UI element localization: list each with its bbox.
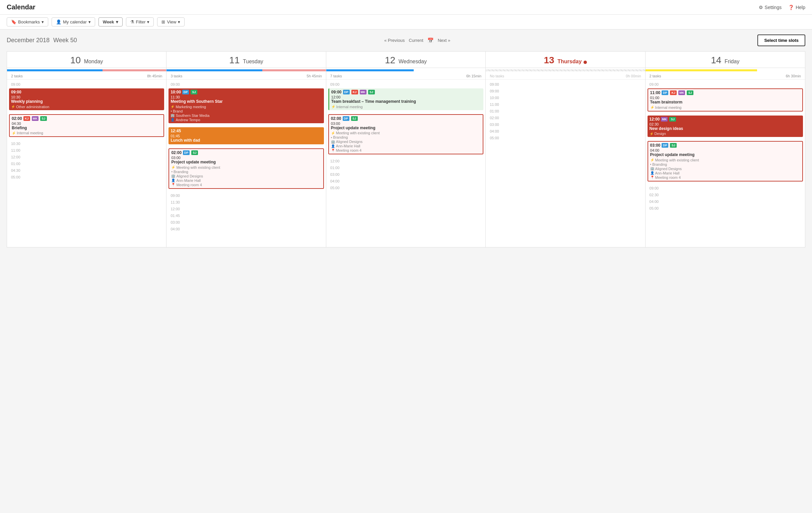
detail-icon: ⚡ (171, 105, 175, 109)
event-time-row: 02:00 KJMKSJ (12, 116, 162, 121)
event-block[interactable]: 02:00 KJMKSJ 04:30 Briefing ⚡ Internal m… (9, 114, 164, 137)
detail-icon: ⚡ (650, 158, 654, 162)
filter-label: Filter (136, 20, 146, 25)
detail-icon: 📍 (331, 149, 335, 152)
event-block[interactable]: 12:45 01:45 Lunch with dad (169, 127, 324, 145)
help-button[interactable]: ❓ Help (788, 5, 805, 10)
detail-icon: 🏢 (171, 174, 175, 178)
toolbar: 🔖 Bookmarks ▾ 👤 My calendar ▾ Week ▾ ⚗ F… (0, 15, 812, 29)
day-col-friday: 14 Friday 2 tasks6h 30min09:00 11:00 DPK… (645, 52, 805, 247)
event-title: Project update meeting (650, 152, 800, 158)
day-col-wednesday: 12 Wednesday 7 tasks6h 15min09:00 09:00 … (326, 52, 486, 247)
event-detail: 👤 Ann-Marie Hall (331, 144, 481, 148)
event-detail: ▪ Branding (171, 170, 321, 174)
task-count: No tasks (490, 74, 504, 78)
time-label: 09:00 (486, 81, 645, 88)
task-count: 2 tasks (11, 74, 23, 78)
event-detail: ⚡ Other administration (11, 105, 162, 109)
color-bar (7, 69, 166, 71)
detail-icon: ⚡ (11, 105, 15, 109)
event-block[interactable]: 09:00 DPKJMKSJ 12:00 Team breakfast – Ti… (328, 88, 483, 110)
day-number: 10 (70, 55, 81, 65)
event-start-time: 10:00 (171, 90, 181, 94)
help-icon: ❓ (788, 5, 794, 10)
day-number: 11 (229, 55, 239, 65)
event-block[interactable]: 10:00 DPSJ 11:30 Meeting with Southern S… (169, 88, 324, 123)
event-end-time: 02:30 (649, 122, 801, 126)
event-detail: 👤 Andrew Tempo (171, 118, 322, 122)
day-header: 14 Friday (645, 52, 805, 68)
event-block[interactable]: 02:00 DPSJ 03:00 Project update meeting … (328, 114, 483, 155)
time-label (326, 155, 485, 158)
event-time-row: 09:00 DPKJMKSJ (331, 90, 482, 94)
event-title: Project update meeting (171, 160, 321, 165)
calendar-title: December 2018 Week 50 (7, 37, 77, 44)
view-button[interactable]: ⊞ View ▾ (157, 18, 184, 26)
day-stats: 2 tasks8h 45min (7, 73, 166, 80)
event-detail: 📍 Meeting room 4 (331, 148, 481, 152)
calendar-container: December 2018 Week 50 « Previous Current… (0, 29, 812, 252)
detail-icon: ⚡ (12, 131, 16, 135)
day-stats: No tasks0h 00min (486, 73, 645, 80)
time-label: 02:30 (645, 191, 805, 198)
event-start-time: 02:00 (12, 116, 22, 121)
task-count: 7 tasks (330, 74, 342, 78)
event-block[interactable]: 12:00 MKSJ 02:30 New design ideas ⚡ Desi… (647, 116, 803, 137)
event-start-time: 02:00 (171, 150, 181, 155)
event-time-row: 09:00 (11, 90, 162, 94)
settings-label: Settings (765, 5, 782, 10)
event-block[interactable]: 09:00 10:30 Weekly planning ⚡ Other admi… (9, 88, 164, 110)
next-button[interactable]: Next » (438, 38, 451, 43)
event-title: New design ideas (649, 126, 801, 131)
time-label: 11:30 (167, 199, 326, 206)
color-bar (486, 69, 645, 71)
my-calendar-button[interactable]: 👤 My calendar ▾ (52, 18, 95, 26)
day-col-tuesday: 11 Tuesday 3 tasks5h 45min09:00 10:00 DP… (167, 52, 326, 247)
person-icon: 👤 (56, 20, 61, 25)
detail-icon: 👤 (331, 144, 335, 148)
top-bar: Calendar ⚙ Settings ❓ Help (0, 0, 812, 15)
time-label: 10:00 (486, 94, 645, 101)
detail-icon: ⚡ (171, 165, 175, 169)
filter-button[interactable]: ⚗ Filter ▾ (126, 18, 154, 26)
event-detail: ⚡ Meeting with existing client (331, 131, 481, 135)
event-detail: 👤 Ann-Marie Hall (171, 179, 321, 182)
calendar-icon[interactable]: 📅 (428, 37, 434, 43)
settings-button[interactable]: ⚙ Settings (759, 5, 782, 10)
days-grid: 10 Monday 2 tasks8h 45min09:00 09:00 10:… (7, 51, 805, 247)
day-number: 13 (544, 55, 554, 65)
prev-button[interactable]: « Previous (384, 38, 405, 43)
time-label: 05:00 (7, 174, 166, 180)
select-time-slots-button[interactable]: Select time slots (757, 34, 805, 46)
week-button[interactable]: Week ▾ (98, 18, 123, 26)
detail-icon: ▪ (331, 135, 332, 139)
day-events: 09:0009:0010:0011:0001:0002:0003:0004:00… (486, 80, 645, 247)
day-header: 10 Monday (7, 52, 166, 68)
week-label: Week (103, 20, 114, 25)
day-col-thursday: 13 Thursday No tasks0h 00min09:0009:0010… (486, 52, 645, 247)
event-end-time: 12:00 (331, 95, 482, 99)
view-label: View (167, 20, 176, 25)
day-header: 11 Tuesday (167, 52, 326, 68)
event-block[interactable]: 03:00 DPSJ 04:00 Project update meeting … (647, 141, 803, 181)
bookmarks-button[interactable]: 🔖 Bookmarks ▾ (7, 18, 48, 26)
time-label: 11:00 (486, 101, 645, 108)
time-label: 02:00 (486, 115, 645, 121)
task-duration: 8h 45min (147, 74, 162, 78)
event-block[interactable]: 02:00 DPSJ 03:00 Project update meeting … (169, 148, 324, 189)
event-detail: 🏢 Aligned Designs (171, 174, 321, 178)
event-title: Lunch with dad (171, 138, 322, 143)
event-block[interactable]: 11:00 DPKJMKSJ 01:00 Team brainstorm ⚡ I… (647, 88, 803, 112)
event-start-time: 02:00 (331, 116, 341, 121)
color-bar (645, 69, 805, 71)
task-duration: 0h 00min (626, 74, 641, 78)
time-label: 04:00 (326, 178, 485, 184)
time-label (167, 189, 326, 192)
time-label: 01:45 (167, 212, 326, 219)
time-label: 05:00 (486, 134, 645, 141)
time-label: 01:00 (486, 108, 645, 115)
time-label: 09:00 (7, 81, 166, 88)
day-name: Thursday (557, 59, 582, 64)
time-label: 01:00 (326, 164, 485, 171)
current-button[interactable]: Current (409, 38, 423, 43)
